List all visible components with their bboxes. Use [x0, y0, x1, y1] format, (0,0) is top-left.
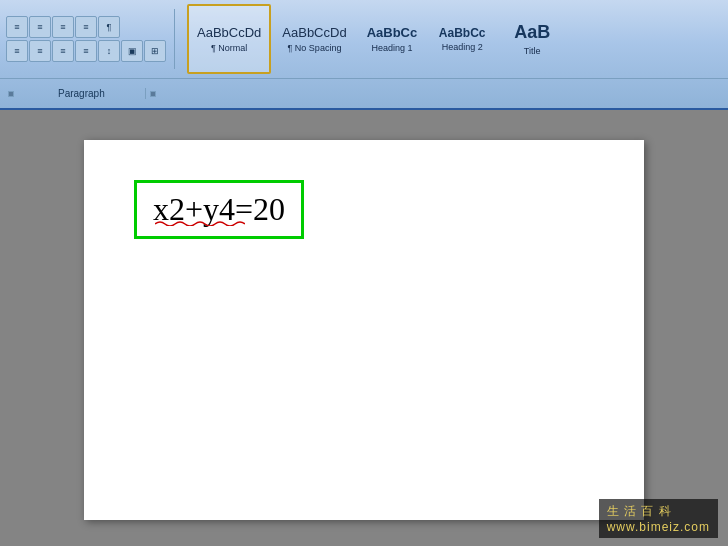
- ribbon-toolbar: ≡ ≡ ≡ ≡ ¶ ≡ ≡ ≡ ≡ ↕ ▣ ⊞ AaBbCcDd ¶ Norm: [0, 0, 728, 78]
- align-left-icon[interactable]: ≡: [6, 40, 28, 62]
- style-no-spacing-preview: AaBbCcDd: [282, 25, 346, 41]
- text-selection-box[interactable]: x2+y4=20: [134, 180, 304, 239]
- list-toolbar: ≡ ≡ ≡ ≡ ¶ ≡ ≡ ≡ ≡ ↕ ▣ ⊞: [6, 16, 166, 62]
- style-heading1[interactable]: AaBbCc Heading 1: [358, 4, 427, 74]
- style-title[interactable]: AaB Title: [498, 4, 566, 74]
- shading-icon[interactable]: ▣: [121, 40, 143, 62]
- sort-icon[interactable]: ≡: [75, 16, 97, 38]
- style-title-preview: AaB: [514, 22, 550, 44]
- borders-icon[interactable]: ⊞: [144, 40, 166, 62]
- ribbon: ≡ ≡ ≡ ≡ ¶ ≡ ≡ ≡ ≡ ↕ ▣ ⊞ AaBbCcDd ¶ Norm: [0, 0, 728, 110]
- align-center-icon[interactable]: ≡: [29, 40, 51, 62]
- pilcrow-icon[interactable]: ¶: [98, 16, 120, 38]
- style-heading2-label: Heading 2: [442, 42, 483, 52]
- style-no-spacing-label: ¶ No Spacing: [288, 43, 342, 53]
- bullets-icon[interactable]: ≡: [6, 16, 28, 38]
- style-normal-label: ¶ Normal: [211, 43, 247, 53]
- document-area: x2+y4=20 生 活 百 科 www.bimeiz.com: [0, 110, 728, 546]
- style-no-spacing[interactable]: AaBbCcDd ¶ No Spacing: [273, 4, 355, 74]
- style-heading1-preview: AaBbCc: [367, 25, 418, 41]
- toolbar-divider: [174, 9, 175, 69]
- list-icons-row1: ≡ ≡ ≡ ≡ ¶: [6, 16, 166, 38]
- style-normal-preview: AaBbCcDd: [197, 25, 261, 41]
- align-icons-row2: ≡ ≡ ≡ ≡ ↕ ▣ ⊞: [6, 40, 166, 62]
- multilevel-icon[interactable]: ≡: [52, 16, 74, 38]
- ribbon-bottom-bar: Paragraph: [0, 78, 728, 108]
- watermark-line1: 生 活 百 科: [607, 503, 710, 520]
- expand-paragraph-icon[interactable]: [150, 91, 156, 97]
- justify-icon[interactable]: ≡: [75, 40, 97, 62]
- numbering-icon[interactable]: ≡: [29, 16, 51, 38]
- style-normal[interactable]: AaBbCcDd ¶ Normal: [187, 4, 271, 74]
- watermark-line2: www.bimeiz.com: [607, 520, 710, 534]
- paragraph-group-label: Paragraph: [18, 88, 146, 99]
- style-gallery: AaBbCcDd ¶ Normal AaBbCcDd ¶ No Spacing …: [187, 4, 566, 74]
- spell-check-squiggle: [155, 220, 245, 226]
- style-heading2-preview: AaBbCc: [439, 26, 486, 40]
- line-spacing-icon[interactable]: ↕: [98, 40, 120, 62]
- align-right-icon[interactable]: ≡: [52, 40, 74, 62]
- watermark: 生 活 百 科 www.bimeiz.com: [599, 499, 718, 538]
- style-title-label: Title: [524, 46, 541, 56]
- style-heading2[interactable]: AaBbCc Heading 2: [428, 4, 496, 74]
- expand-icon[interactable]: [8, 91, 14, 97]
- document-page: x2+y4=20: [84, 140, 644, 520]
- style-heading1-label: Heading 1: [371, 43, 412, 53]
